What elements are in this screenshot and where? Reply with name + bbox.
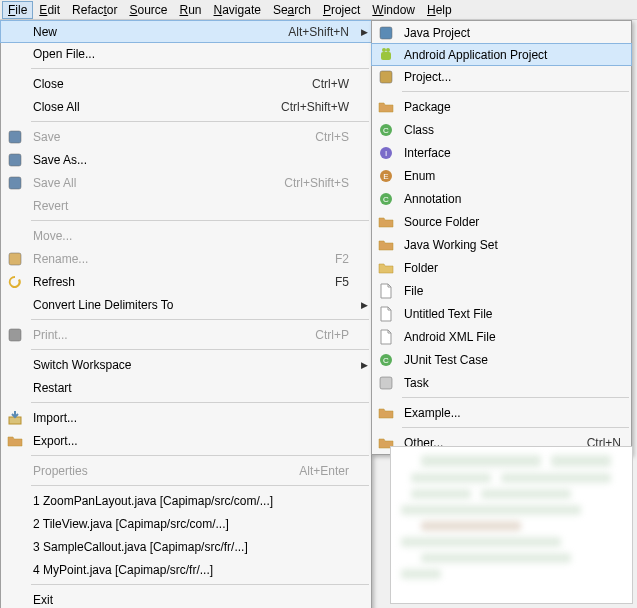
- menu-item-new[interactable]: NewAlt+Shift+N▶: [0, 20, 372, 43]
- menubar-item-help[interactable]: Help: [421, 1, 458, 19]
- menu-item-convert-line-delim[interactable]: Convert Line Delimiters To▶: [1, 293, 371, 316]
- svg-text:C: C: [383, 126, 389, 135]
- new-submenu: Java ProjectAndroid Application ProjectP…: [371, 20, 632, 455]
- menu-item-new-enum[interactable]: EEnum: [372, 164, 631, 187]
- menu-item-label: Convert Line Delimiters To: [29, 298, 349, 312]
- menu-item-open-file[interactable]: Open File...: [1, 42, 371, 65]
- menu-item-close-all[interactable]: Close AllCtrl+Shift+W: [1, 95, 371, 118]
- menu-item-revert[interactable]: Revert: [1, 194, 371, 217]
- enum-icon: E: [372, 168, 400, 184]
- menu-item-label: Example...: [400, 406, 621, 420]
- menu-item-restart[interactable]: Restart: [1, 376, 371, 399]
- menu-item-label: Close: [29, 77, 312, 91]
- menu-item-new-annotation[interactable]: CAnnotation: [372, 187, 631, 210]
- menu-item-label: Move...: [29, 229, 349, 243]
- menubar-item-refactor[interactable]: Refactor: [66, 1, 123, 19]
- menu-item-new-android-app[interactable]: Android Application Project: [371, 43, 632, 66]
- menu-separator: [31, 349, 369, 350]
- menu-item-new-untitled[interactable]: Untitled Text File: [372, 302, 631, 325]
- menu-separator: [31, 455, 369, 456]
- menu-item-shortcut: Ctrl+Shift+S: [284, 176, 357, 190]
- menu-separator: [31, 402, 369, 403]
- file-menu: NewAlt+Shift+N▶Open File...CloseCtrl+WCl…: [0, 20, 372, 608]
- menubar-item-window[interactable]: Window: [366, 1, 421, 19]
- menu-item-move[interactable]: Move...: [1, 224, 371, 247]
- menu-item-save-as[interactable]: Save As...: [1, 148, 371, 171]
- menu-item-recent-2[interactable]: 2 TileView.java [Capimap/src/com/...]: [1, 512, 371, 535]
- text-file-icon: [372, 306, 400, 322]
- menu-item-new-folder[interactable]: Folder: [372, 256, 631, 279]
- class-icon: C: [372, 122, 400, 138]
- menu-item-new-package[interactable]: Package: [372, 95, 631, 118]
- menu-item-new-junit[interactable]: CJUnit Test Case: [372, 348, 631, 371]
- menu-separator: [31, 584, 369, 585]
- menu-item-properties[interactable]: PropertiesAlt+Enter: [1, 459, 371, 482]
- menu-item-new-task[interactable]: Task: [372, 371, 631, 394]
- svg-rect-6: [380, 27, 392, 39]
- file-icon: [372, 283, 400, 299]
- svg-text:C: C: [383, 195, 389, 204]
- menu-item-switch-workspace[interactable]: Switch Workspace▶: [1, 353, 371, 376]
- menu-item-print[interactable]: Print...Ctrl+P: [1, 323, 371, 346]
- menu-item-new-working-set[interactable]: Java Working Set: [372, 233, 631, 256]
- menu-item-import[interactable]: Import...: [1, 406, 371, 429]
- menu-item-label: 2 TileView.java [Capimap/src/com/...]: [29, 517, 349, 531]
- menu-separator: [31, 319, 369, 320]
- menu-item-close[interactable]: CloseCtrl+W: [1, 72, 371, 95]
- menu-item-label: 4 MyPoint.java [Capimap/src/fr/...]: [29, 563, 349, 577]
- svg-rect-21: [380, 377, 392, 389]
- menu-item-new-file[interactable]: File: [372, 279, 631, 302]
- menubar-item-navigate[interactable]: Navigate: [208, 1, 267, 19]
- menu-item-label: Source Folder: [400, 215, 621, 229]
- menu-item-label: Save As...: [29, 153, 349, 167]
- svg-rect-10: [380, 71, 392, 83]
- android-icon: [372, 47, 400, 63]
- menu-item-new-android-xml[interactable]: Android XML File: [372, 325, 631, 348]
- menu-item-label: Save: [29, 130, 315, 144]
- menu-item-export[interactable]: Export...: [1, 429, 371, 452]
- menu-item-label: Revert: [29, 199, 349, 213]
- menu-item-new-example[interactable]: Example...: [372, 401, 631, 424]
- junit-icon: C: [372, 352, 400, 368]
- menu-item-label: File: [400, 284, 621, 298]
- menu-item-label: Rename...: [29, 252, 335, 266]
- menubar-item-file[interactable]: File: [2, 1, 33, 19]
- menu-item-save[interactable]: SaveCtrl+S: [1, 125, 371, 148]
- menu-item-new-java-project[interactable]: Java Project: [372, 21, 631, 44]
- annotation-icon: C: [372, 191, 400, 207]
- menu-item-label: Save All: [29, 176, 284, 190]
- saveas-icon: [1, 152, 29, 168]
- menu-item-exit[interactable]: Exit: [1, 588, 371, 608]
- menu-item-label: Restart: [29, 381, 349, 395]
- menu-item-save-all[interactable]: Save AllCtrl+Shift+S: [1, 171, 371, 194]
- menubar-item-source[interactable]: Source: [123, 1, 173, 19]
- menu-item-recent-4[interactable]: 4 MyPoint.java [Capimap/src/fr/...]: [1, 558, 371, 581]
- menu-item-new-project[interactable]: Project...: [372, 65, 631, 88]
- menu-item-new-class[interactable]: CClass: [372, 118, 631, 141]
- svg-text:E: E: [383, 172, 388, 181]
- menubar-item-search[interactable]: Search: [267, 1, 317, 19]
- menu-item-label: Java Working Set: [400, 238, 621, 252]
- menu-item-new-interface[interactable]: IInterface: [372, 141, 631, 164]
- menu-item-label: Annotation: [400, 192, 621, 206]
- menu-item-label: Enum: [400, 169, 621, 183]
- menu-separator: [31, 220, 369, 221]
- menu-separator: [402, 427, 629, 428]
- menu-item-label: Folder: [400, 261, 621, 275]
- menu-item-rename[interactable]: Rename...F2: [1, 247, 371, 270]
- menu-item-recent-3[interactable]: 3 SampleCallout.java [Capimap/src/fr/...…: [1, 535, 371, 558]
- menu-item-refresh[interactable]: RefreshF5: [1, 270, 371, 293]
- menu-item-shortcut: Alt+Shift+N: [288, 25, 357, 39]
- import-icon: [1, 410, 29, 426]
- menu-item-label: Untitled Text File: [400, 307, 621, 321]
- menu-item-recent-1[interactable]: 1 ZoomPanLayout.java [Capimap/src/com/..…: [1, 489, 371, 512]
- menubar-item-project[interactable]: Project: [317, 1, 366, 19]
- menu-item-label: Android Application Project: [400, 48, 621, 62]
- menu-item-shortcut: Ctrl+Shift+W: [281, 100, 357, 114]
- menu-item-new-source-folder[interactable]: Source Folder: [372, 210, 631, 233]
- svg-text:I: I: [385, 149, 387, 158]
- menubar-item-run[interactable]: Run: [173, 1, 207, 19]
- menubar-item-edit[interactable]: Edit: [33, 1, 66, 19]
- source-folder-icon: [372, 214, 400, 230]
- menu-item-label: Exit: [29, 593, 349, 607]
